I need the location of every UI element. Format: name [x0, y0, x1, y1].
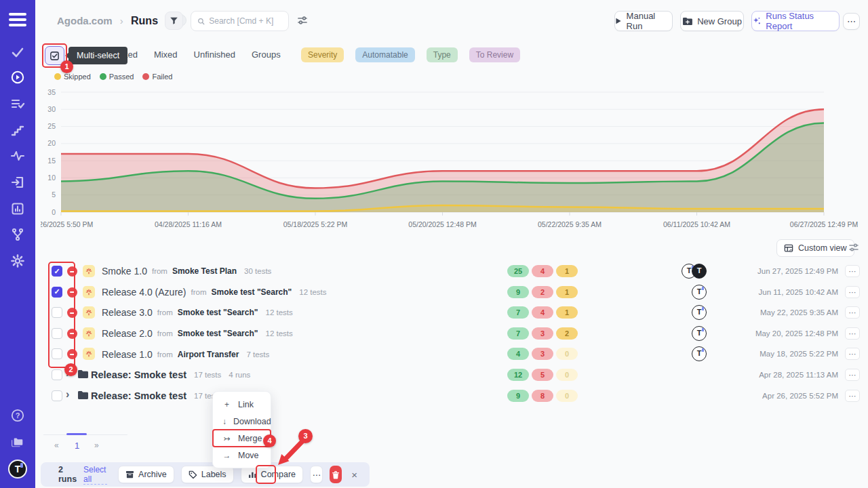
bar-chart-icon — [248, 470, 257, 479]
play-icon — [615, 18, 622, 24]
row-more-button[interactable]: ⋯ — [845, 306, 860, 319]
search-input[interactable] — [209, 16, 282, 26]
row-checkbox[interactable] — [52, 287, 62, 298]
run-row: › Release 3.0 from Smoke test "Search" 1… — [41, 302, 868, 323]
filter-chip[interactable]: To Review — [469, 47, 520, 62]
row-more-button[interactable]: ⋯ — [845, 265, 860, 277]
skipped-count-pill: 0 — [556, 348, 578, 360]
row-more-button[interactable]: ⋯ — [845, 327, 860, 340]
hamburger-menu-icon[interactable] — [9, 13, 26, 26]
row-checkbox[interactable] — [52, 307, 62, 318]
close-selection-icon[interactable]: × — [349, 469, 360, 481]
user-avatar[interactable]: T — [8, 460, 27, 479]
list-check-icon[interactable] — [10, 96, 25, 111]
context-menu-item[interactable]: → Move — [213, 447, 271, 464]
run-date: May 22, 2025 9:35 AM — [760, 308, 838, 317]
filter-tab[interactable]: Unfinished — [194, 49, 235, 60]
unresolved-status-icon — [67, 308, 77, 318]
row-checkbox[interactable] — [52, 390, 62, 401]
run-title[interactable]: Release 1.0 — [102, 349, 153, 360]
x-axis-label: 04/28/2025 11:16 AM — [155, 220, 222, 228]
run-icon — [83, 306, 95, 319]
delete-button[interactable] — [330, 466, 342, 483]
run-labels: Smoke 1.0 from Smoke Test Plan 30 tests — [102, 261, 271, 282]
row-checkbox[interactable] — [52, 266, 62, 277]
adjustments-icon[interactable] — [297, 15, 308, 28]
branch-icon[interactable] — [10, 227, 25, 242]
new-group-button[interactable]: New Group — [680, 11, 744, 31]
runs-status-report-button[interactable]: Runs Status Report — [751, 11, 840, 31]
filter-button[interactable] — [165, 12, 183, 30]
menu-item-icon: ↣ — [222, 434, 231, 443]
skipped-count-pill: 0 — [556, 390, 578, 402]
settings-icon[interactable] — [10, 253, 25, 268]
search-box[interactable] — [191, 11, 289, 31]
pagination-page-1[interactable]: 1 — [75, 441, 79, 451]
selection-action-bar: 2 runs Select all Archive Labels Compare… — [41, 462, 370, 487]
row-more-button[interactable]: ⋯ — [845, 369, 860, 381]
run-source-plan[interactable]: Smoke test "Search" — [212, 287, 292, 297]
x-axis-label: 05/22/2025 9:35 AM — [538, 220, 601, 228]
run-source-plan[interactable]: Smoke test "Search" — [178, 329, 258, 338]
run-row: › Release: Smoke test 17 tests 4 runs 12… — [41, 365, 868, 386]
avatar: T — [692, 264, 707, 279]
check-icon[interactable] — [10, 45, 25, 60]
run-title[interactable]: Release: Smoke test — [91, 369, 186, 380]
filter-chip[interactable]: Automatable — [355, 47, 414, 62]
manual-run-button[interactable]: Manual Run — [614, 11, 673, 31]
menu-item-label: Merge — [238, 434, 262, 443]
filter-tab[interactable]: Groups — [252, 49, 281, 60]
run-source-plan[interactable]: Smoke test "Search" — [178, 308, 258, 317]
run-title[interactable]: Smoke 1.0 — [102, 266, 147, 277]
filter-chips: SeverityAutomatableTypeTo Review — [301, 47, 520, 62]
pagination-next[interactable]: » — [94, 441, 99, 450]
run-title[interactable]: Release 2.0 — [102, 328, 153, 339]
header-more-button[interactable]: ⋯ — [843, 13, 860, 30]
menu-item-label: Download — [233, 417, 271, 426]
status-pills: 4 3 0 — [507, 348, 578, 360]
play-circle-icon[interactable] — [10, 70, 25, 85]
custom-view-button[interactable]: Custom view — [776, 239, 854, 257]
view-settings-icon[interactable] — [848, 242, 859, 256]
context-menu-item[interactable]: ↓ Download — [213, 413, 271, 430]
annotation-badge-2: 2 — [64, 363, 77, 376]
chevron-right-icon[interactable]: › — [66, 388, 69, 401]
projects-icon[interactable] — [10, 434, 25, 449]
folder-icon — [77, 390, 88, 403]
help-icon[interactable]: ? — [10, 408, 25, 423]
breadcrumb-project[interactable]: Agoda.com — [57, 15, 113, 26]
row-more-button[interactable]: ⋯ — [845, 390, 860, 402]
filter-tab[interactable]: Mixed — [154, 49, 178, 60]
legend-item: Failed — [142, 73, 172, 81]
steps-icon[interactable] — [10, 123, 25, 138]
breadcrumb-separator: › — [120, 15, 123, 26]
avatar: T — [692, 346, 707, 361]
context-menu-item[interactable]: ↣ Merge — [213, 430, 271, 447]
row-checkbox[interactable] — [52, 348, 62, 359]
legend-dot — [100, 73, 106, 80]
import-icon[interactable] — [10, 175, 25, 190]
pagination-prev[interactable]: « — [54, 441, 59, 450]
run-title[interactable]: Release: Smoke test — [91, 390, 186, 401]
row-checkbox[interactable] — [52, 369, 62, 380]
run-source-plan[interactable]: Airport Transfer — [178, 350, 239, 359]
run-icon — [83, 265, 95, 277]
select-all-link[interactable]: Select all — [83, 465, 107, 485]
context-menu-item[interactable]: + Link — [213, 396, 271, 413]
run-title[interactable]: Release 4.0 (Azure) — [102, 287, 186, 298]
row-more-button[interactable]: ⋯ — [845, 348, 860, 360]
filter-chip[interactable]: Type — [427, 47, 458, 62]
row-checkbox[interactable] — [52, 328, 62, 339]
row-more-button[interactable]: ⋯ — [845, 286, 860, 298]
annotation-arrow — [271, 434, 312, 472]
report-icon[interactable] — [10, 201, 25, 216]
legend-dot — [142, 73, 149, 80]
run-title[interactable]: Release 3.0 — [102, 307, 153, 318]
assignee-avatars: T T — [671, 305, 707, 320]
archive-button[interactable]: Archive — [118, 466, 174, 483]
avatar: T — [692, 285, 707, 300]
run-source-plan[interactable]: Smoke Test Plan — [172, 266, 237, 276]
filter-chip[interactable]: Severity — [301, 47, 344, 62]
pulse-icon[interactable] — [10, 148, 25, 163]
svg-text:15: 15 — [47, 157, 56, 165]
